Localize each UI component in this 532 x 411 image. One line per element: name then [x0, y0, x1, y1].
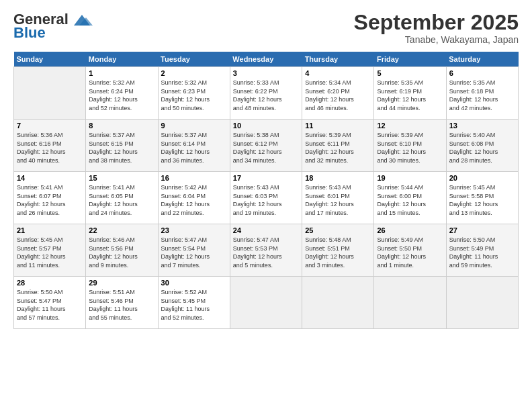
- day-info: Sunrise: 5:48 AM Sunset: 5:51 PM Dayligh…: [305, 236, 371, 269]
- day-info: Sunrise: 5:45 AM Sunset: 5:58 PM Dayligh…: [449, 183, 515, 217]
- day-number: 9: [161, 122, 227, 130]
- calendar-cell: [14, 67, 86, 120]
- calendar-cell: 26Sunrise: 5:49 AM Sunset: 5:50 PM Dayli…: [374, 224, 446, 277]
- day-number: 7: [17, 122, 83, 130]
- calendar-cell: 22Sunrise: 5:46 AM Sunset: 5:56 PM Dayli…: [86, 224, 158, 277]
- weekday-header-tuesday: Tuesday: [158, 52, 230, 67]
- day-number: 23: [161, 226, 227, 234]
- day-number: 11: [305, 122, 371, 130]
- day-info: Sunrise: 5:38 AM Sunset: 6:12 PM Dayligh…: [233, 131, 299, 165]
- day-info: Sunrise: 5:37 AM Sunset: 6:15 PM Dayligh…: [89, 131, 154, 165]
- day-number: 25: [305, 226, 371, 234]
- day-info: Sunrise: 5:49 AM Sunset: 5:50 PM Dayligh…: [377, 236, 443, 269]
- day-number: 4: [305, 69, 371, 77]
- calendar-cell: 25Sunrise: 5:48 AM Sunset: 5:51 PM Dayli…: [302, 224, 374, 277]
- day-info: Sunrise: 5:44 AM Sunset: 6:00 PM Dayligh…: [377, 183, 443, 217]
- calendar-cell: 7Sunrise: 5:36 AM Sunset: 6:16 PM Daylig…: [14, 120, 86, 172]
- day-info: Sunrise: 5:43 AM Sunset: 6:01 PM Dayligh…: [305, 183, 371, 217]
- calendar-cell: 6Sunrise: 5:35 AM Sunset: 6:18 PM Daylig…: [446, 67, 518, 120]
- day-number: 22: [89, 226, 154, 234]
- day-number: 28: [17, 279, 83, 287]
- logo-blue: Blue: [13, 24, 46, 42]
- day-info: Sunrise: 5:33 AM Sunset: 6:22 PM Dayligh…: [233, 79, 299, 112]
- header: General Blue September 2025 Tanabe, Waka…: [13, 11, 519, 45]
- day-info: Sunrise: 5:39 AM Sunset: 6:11 PM Dayligh…: [305, 131, 371, 165]
- day-info: Sunrise: 5:36 AM Sunset: 6:16 PM Dayligh…: [17, 131, 83, 165]
- day-number: 14: [17, 174, 83, 182]
- calendar-cell: 18Sunrise: 5:43 AM Sunset: 6:01 PM Dayli…: [302, 172, 374, 224]
- weekday-header-saturday: Saturday: [446, 52, 518, 67]
- day-number: 21: [17, 226, 83, 234]
- calendar-cell: 20Sunrise: 5:45 AM Sunset: 5:58 PM Dayli…: [446, 172, 518, 224]
- calendar-cell: 17Sunrise: 5:43 AM Sunset: 6:03 PM Dayli…: [230, 172, 302, 224]
- day-info: Sunrise: 5:35 AM Sunset: 6:19 PM Dayligh…: [377, 79, 443, 112]
- weekday-header-monday: Monday: [86, 52, 158, 67]
- calendar-cell: [302, 277, 374, 329]
- location-title: Tanabe, Wakayama, Japan: [354, 34, 519, 45]
- calendar-cell: 23Sunrise: 5:47 AM Sunset: 5:54 PM Dayli…: [158, 224, 230, 277]
- calendar-cell: 2Sunrise: 5:32 AM Sunset: 6:23 PM Daylig…: [158, 67, 230, 120]
- weekday-header-friday: Friday: [374, 52, 446, 67]
- calendar-cell: 1Sunrise: 5:32 AM Sunset: 6:24 PM Daylig…: [86, 67, 158, 120]
- day-number: 30: [161, 279, 227, 287]
- calendar-cell: 12Sunrise: 5:39 AM Sunset: 6:10 PM Dayli…: [374, 120, 446, 172]
- day-info: Sunrise: 5:40 AM Sunset: 6:08 PM Dayligh…: [449, 131, 515, 165]
- calendar-cell: 10Sunrise: 5:38 AM Sunset: 6:12 PM Dayli…: [230, 120, 302, 172]
- day-info: Sunrise: 5:51 AM Sunset: 5:46 PM Dayligh…: [89, 288, 154, 322]
- day-number: 2: [161, 69, 227, 77]
- calendar-cell: 9Sunrise: 5:37 AM Sunset: 6:14 PM Daylig…: [158, 120, 230, 172]
- calendar-cell: 21Sunrise: 5:45 AM Sunset: 5:57 PM Dayli…: [14, 224, 86, 277]
- day-number: 27: [449, 226, 515, 234]
- day-info: Sunrise: 5:35 AM Sunset: 6:18 PM Dayligh…: [449, 79, 515, 112]
- calendar-cell: 29Sunrise: 5:51 AM Sunset: 5:46 PM Dayli…: [86, 277, 158, 329]
- logo: General Blue: [13, 11, 94, 42]
- calendar-cell: 16Sunrise: 5:42 AM Sunset: 6:04 PM Dayli…: [158, 172, 230, 224]
- day-number: 5: [377, 69, 443, 77]
- day-number: 19: [377, 174, 443, 182]
- day-number: 24: [233, 226, 299, 234]
- day-info: Sunrise: 5:32 AM Sunset: 6:23 PM Dayligh…: [161, 79, 227, 112]
- day-info: Sunrise: 5:50 AM Sunset: 5:49 PM Dayligh…: [449, 236, 515, 269]
- day-number: 10: [233, 122, 299, 130]
- day-info: Sunrise: 5:41 AM Sunset: 6:05 PM Dayligh…: [89, 183, 154, 217]
- calendar-cell: [374, 277, 446, 329]
- calendar-cell: 5Sunrise: 5:35 AM Sunset: 6:19 PM Daylig…: [374, 67, 446, 120]
- day-number: 8: [89, 122, 154, 130]
- day-number: 26: [377, 226, 443, 234]
- day-info: Sunrise: 5:47 AM Sunset: 5:54 PM Dayligh…: [161, 236, 227, 269]
- day-info: Sunrise: 5:32 AM Sunset: 6:24 PM Dayligh…: [89, 79, 154, 112]
- calendar-cell: 4Sunrise: 5:34 AM Sunset: 6:20 PM Daylig…: [302, 67, 374, 120]
- day-number: 13: [449, 122, 515, 130]
- day-number: 18: [305, 174, 371, 182]
- title-block: September 2025 Tanabe, Wakayama, Japan: [354, 11, 519, 45]
- calendar-cell: [230, 277, 302, 329]
- day-info: Sunrise: 5:46 AM Sunset: 5:56 PM Dayligh…: [89, 236, 154, 269]
- day-number: 16: [161, 174, 227, 182]
- calendar-cell: 19Sunrise: 5:44 AM Sunset: 6:00 PM Dayli…: [374, 172, 446, 224]
- month-title: September 2025: [354, 11, 519, 34]
- day-number: 17: [233, 174, 299, 182]
- calendar-cell: 11Sunrise: 5:39 AM Sunset: 6:11 PM Dayli…: [302, 120, 374, 172]
- calendar-cell: 27Sunrise: 5:50 AM Sunset: 5:49 PM Dayli…: [446, 224, 518, 277]
- day-info: Sunrise: 5:37 AM Sunset: 6:14 PM Dayligh…: [161, 131, 227, 165]
- day-number: 12: [377, 122, 443, 130]
- day-info: Sunrise: 5:43 AM Sunset: 6:03 PM Dayligh…: [233, 183, 299, 217]
- calendar-cell: 3Sunrise: 5:33 AM Sunset: 6:22 PM Daylig…: [230, 67, 302, 120]
- day-info: Sunrise: 5:52 AM Sunset: 5:45 PM Dayligh…: [161, 288, 227, 322]
- logo-icon: [69, 12, 94, 27]
- day-info: Sunrise: 5:34 AM Sunset: 6:20 PM Dayligh…: [305, 79, 371, 112]
- day-info: Sunrise: 5:41 AM Sunset: 6:07 PM Dayligh…: [17, 183, 83, 217]
- calendar-cell: 30Sunrise: 5:52 AM Sunset: 5:45 PM Dayli…: [158, 277, 230, 329]
- day-number: 3: [233, 69, 299, 77]
- calendar-cell: 8Sunrise: 5:37 AM Sunset: 6:15 PM Daylig…: [86, 120, 158, 172]
- weekday-header-thursday: Thursday: [302, 52, 374, 67]
- calendar-cell: 24Sunrise: 5:47 AM Sunset: 5:53 PM Dayli…: [230, 224, 302, 277]
- day-info: Sunrise: 5:42 AM Sunset: 6:04 PM Dayligh…: [161, 183, 227, 217]
- day-info: Sunrise: 5:39 AM Sunset: 6:10 PM Dayligh…: [377, 131, 443, 165]
- calendar-cell: 28Sunrise: 5:50 AM Sunset: 5:47 PM Dayli…: [14, 277, 86, 329]
- day-number: 29: [89, 279, 154, 287]
- calendar-table: SundayMondayTuesdayWednesdayThursdayFrid…: [13, 52, 519, 329]
- day-info: Sunrise: 5:47 AM Sunset: 5:53 PM Dayligh…: [233, 236, 299, 269]
- calendar-cell: [446, 277, 518, 329]
- calendar-cell: 14Sunrise: 5:41 AM Sunset: 6:07 PM Dayli…: [14, 172, 86, 224]
